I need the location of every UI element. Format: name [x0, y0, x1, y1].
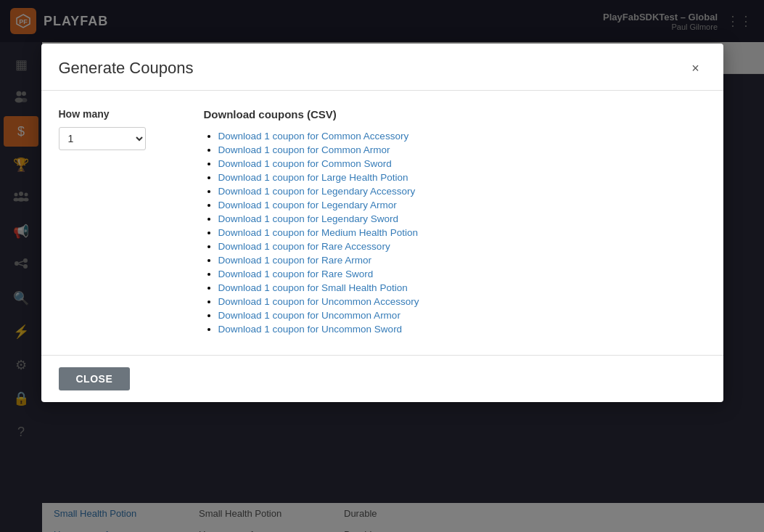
modal-footer: CLOSE — [41, 355, 723, 402]
coupon-link-3[interactable]: Download 1 coupon for Large Health Potio… — [218, 172, 408, 183]
coupons-list: Download 1 coupon for Common AccessoryDo… — [204, 131, 706, 335]
coupon-list-item: Download 1 coupon for Legendary Accessor… — [218, 186, 706, 197]
coupon-list-item: Download 1 coupon for Common Accessory — [218, 131, 706, 142]
modal-body: How many 1 5 10 25 50 100 Download coupo… — [41, 91, 723, 355]
coupon-link-14[interactable]: Download 1 coupon for Uncommon Sword — [218, 324, 403, 335]
coupon-list-item: Download 1 coupon for Small Health Potio… — [218, 282, 706, 293]
coupon-link-4[interactable]: Download 1 coupon for Legendary Accessor… — [218, 186, 416, 197]
coupon-list-item: Download 1 coupon for Medium Health Poti… — [218, 227, 706, 238]
modal-quantity-section: How many 1 5 10 25 50 100 — [59, 108, 175, 337]
coupon-list-item: Download 1 coupon for Uncommon Sword — [218, 324, 706, 335]
coupon-list-item: Download 1 coupon for Uncommon Armor — [218, 310, 706, 321]
modal-header: Generate Coupons × — [41, 44, 723, 91]
close-button[interactable]: CLOSE — [59, 367, 131, 390]
download-coupons-title: Download coupons (CSV) — [204, 108, 706, 120]
coupon-list-item: Download 1 coupon for Common Armor — [218, 144, 706, 155]
coupon-link-6[interactable]: Download 1 coupon for Legendary Sword — [218, 213, 398, 224]
coupon-link-8[interactable]: Download 1 coupon for Rare Accessory — [218, 241, 390, 252]
coupon-list-item: Download 1 coupon for Rare Armor — [218, 255, 706, 266]
coupon-list-item: Download 1 coupon for Legendary Sword — [218, 213, 706, 224]
coupon-list-item: Download 1 coupon for Legendary Armor — [218, 200, 706, 210]
coupon-link-11[interactable]: Download 1 coupon for Small Health Potio… — [218, 282, 408, 293]
coupon-link-0[interactable]: Download 1 coupon for Common Accessory — [218, 131, 409, 142]
coupon-list-item: Download 1 coupon for Large Health Potio… — [218, 172, 706, 183]
coupon-list-item: Download 1 coupon for Rare Sword — [218, 269, 706, 279]
modal-coupons-section: Download coupons (CSV) Download 1 coupon… — [204, 108, 706, 337]
generate-coupons-modal: Generate Coupons × How many 1 5 10 25 50… — [41, 44, 723, 402]
coupon-list-item: Download 1 coupon for Common Sword — [218, 158, 706, 169]
quantity-select[interactable]: 1 5 10 25 50 100 — [59, 127, 146, 150]
how-many-label: How many — [59, 108, 175, 120]
modal-overlay: Generate Coupons × How many 1 5 10 25 50… — [0, 0, 764, 532]
coupon-link-5[interactable]: Download 1 coupon for Legendary Armor — [218, 200, 397, 210]
coupon-list-item: Download 1 coupon for Rare Accessory — [218, 241, 706, 252]
coupon-link-13[interactable]: Download 1 coupon for Uncommon Armor — [218, 310, 401, 321]
modal-title: Generate Coupons — [59, 59, 194, 78]
coupon-link-9[interactable]: Download 1 coupon for Rare Armor — [218, 255, 372, 266]
coupon-link-2[interactable]: Download 1 coupon for Common Sword — [218, 158, 392, 169]
coupon-list-item: Download 1 coupon for Uncommon Accessory — [218, 296, 706, 307]
coupon-link-10[interactable]: Download 1 coupon for Rare Sword — [218, 269, 374, 279]
coupon-link-12[interactable]: Download 1 coupon for Uncommon Accessory — [218, 296, 419, 307]
modal-close-button[interactable]: × — [686, 58, 706, 78]
coupon-link-7[interactable]: Download 1 coupon for Medium Health Poti… — [218, 227, 418, 238]
coupon-link-1[interactable]: Download 1 coupon for Common Armor — [218, 144, 390, 155]
